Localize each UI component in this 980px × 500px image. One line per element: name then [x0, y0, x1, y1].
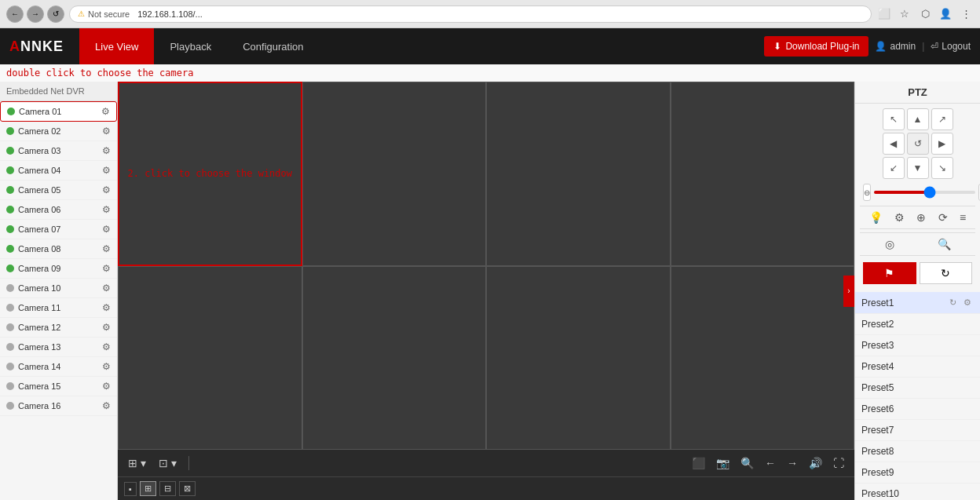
- layout-3x3-button[interactable]: ⊟: [159, 481, 176, 496]
- preset-item-5[interactable]: Preset5: [855, 378, 980, 399]
- ptz-up-button[interactable]: ▲: [907, 108, 929, 130]
- video-cell-4[interactable]: [671, 82, 855, 266]
- extensions-icon[interactable]: ⬜: [876, 6, 892, 22]
- ptz-zoom-plus-icon[interactable]: 🔍: [936, 236, 953, 252]
- fullscreen-button[interactable]: ⛶: [829, 454, 848, 472]
- layout-button[interactable]: ⊞ ▾: [124, 454, 150, 472]
- layout-4x4-button[interactable]: ⊠: [179, 481, 196, 496]
- tab-live-view[interactable]: Live View: [79, 28, 154, 64]
- capture-all-button[interactable]: ⬛: [688, 454, 709, 472]
- zoom-out-btn[interactable]: ⊖: [863, 184, 871, 201]
- ptz-upleft-button[interactable]: ↖: [883, 108, 905, 130]
- ptz-iris-icon[interactable]: ◎: [883, 236, 896, 252]
- sidebar-item-camera-6[interactable]: Camera 06 ⚙: [0, 200, 117, 220]
- tab-configuration[interactable]: Configuration: [227, 28, 319, 64]
- camera-settings-icon[interactable]: ⚙: [102, 224, 111, 235]
- camera-settings-icon[interactable]: ⚙: [102, 204, 111, 215]
- camera-settings-icon[interactable]: ⚙: [102, 165, 111, 176]
- camera-settings-icon[interactable]: ⚙: [102, 381, 111, 392]
- preset-item-10[interactable]: Preset10: [855, 484, 980, 500]
- video-cell-6[interactable]: [302, 266, 487, 451]
- video-cell-8[interactable]: [671, 266, 855, 451]
- video-cell-2[interactable]: [302, 82, 487, 266]
- sidebar-item-camera-12[interactable]: Camera 12 ⚙: [0, 318, 117, 338]
- ptz-tab-preset[interactable]: ⚑: [863, 262, 916, 284]
- bookmark-icon[interactable]: ☆: [897, 6, 912, 22]
- ptz-tab-patrol[interactable]: ↻: [920, 262, 973, 284]
- layout-2x2-button[interactable]: ⊞: [140, 481, 156, 496]
- sidebar-item-camera-7[interactable]: Camera 07 ⚙: [0, 220, 117, 239]
- user-menu[interactable]: 👤 admin: [875, 41, 916, 52]
- sidebar-item-camera-11[interactable]: Camera 11 ⚙: [0, 298, 117, 318]
- video-cell-7[interactable]: [486, 266, 671, 451]
- ptz-right-button[interactable]: ▶: [931, 133, 953, 155]
- camera-settings-icon[interactable]: ⚙: [102, 243, 111, 254]
- snapshot-button[interactable]: 📷: [712, 454, 733, 472]
- back-button[interactable]: ←: [6, 5, 24, 23]
- next-button[interactable]: →: [783, 454, 802, 472]
- address-bar[interactable]: ⚠ Not secure 192.168.1.108/...: [69, 5, 872, 23]
- ptz-refresh-button[interactable]: ↺: [907, 133, 929, 155]
- preset-settings-icon[interactable]: ⚙: [961, 297, 974, 308]
- forward-button[interactable]: →: [27, 5, 44, 23]
- ptz-down-arrow[interactable]: ↙: [883, 157, 905, 179]
- preset-item-9[interactable]: Preset9: [855, 462, 980, 484]
- camera-settings-icon[interactable]: ⚙: [102, 283, 111, 294]
- ptz-upright-button[interactable]: ↗: [931, 108, 953, 130]
- preset-item-7[interactable]: Preset7: [855, 420, 980, 441]
- sidebar-item-camera-1[interactable]: Camera 01 ⚙: [0, 101, 117, 122]
- camera-settings-icon[interactable]: ⚙: [102, 361, 111, 372]
- ptz-wiper-icon[interactable]: ⚙: [893, 210, 906, 225]
- sidebar-item-camera-5[interactable]: Camera 05 ⚙: [0, 181, 117, 200]
- download-plugin-button[interactable]: ⬇ Download Plug-in: [764, 36, 868, 57]
- preset-item-4[interactable]: Preset4: [855, 356, 980, 378]
- ptz-down-button[interactable]: ▼: [907, 157, 929, 179]
- puzzle-icon[interactable]: ⬡: [917, 6, 933, 22]
- camera-settings-icon[interactable]: ⚙: [102, 341, 111, 352]
- video-cell-3[interactable]: [486, 82, 671, 266]
- sidebar-item-camera-14[interactable]: Camera 14 ⚙: [0, 357, 117, 377]
- camera-settings-icon[interactable]: ⚙: [102, 184, 111, 195]
- sidebar-item-camera-9[interactable]: Camera 09 ⚙: [0, 259, 117, 279]
- camera-settings-icon[interactable]: ⚙: [101, 106, 110, 117]
- preset-item-6[interactable]: Preset6: [855, 399, 980, 420]
- sidebar-item-camera-10[interactable]: Camera 10 ⚙: [0, 279, 117, 298]
- sidebar-item-camera-8[interactable]: Camera 08 ⚙: [0, 239, 117, 259]
- sidebar-item-camera-3[interactable]: Camera 03 ⚙: [0, 141, 117, 161]
- camera-settings-icon[interactable]: ⚙: [102, 322, 111, 333]
- stream-button[interactable]: ⊡ ▾: [155, 454, 181, 472]
- volume-button[interactable]: 🔊: [805, 454, 826, 472]
- menu-icon[interactable]: ⋮: [958, 6, 974, 22]
- logout-button[interactable]: ⏎ Logout: [931, 41, 971, 52]
- refresh-button[interactable]: ↺: [47, 5, 64, 23]
- ptz-flip-icon[interactable]: ⟳: [937, 210, 949, 225]
- camera-settings-icon[interactable]: ⚙: [102, 145, 111, 156]
- preset-item-3[interactable]: Preset3: [855, 335, 980, 356]
- ptz-left-button[interactable]: ◀: [883, 133, 905, 155]
- preset-item-8[interactable]: Preset8: [855, 441, 980, 462]
- prev-button[interactable]: ←: [761, 454, 780, 472]
- camera-settings-icon[interactable]: ⚙: [102, 400, 111, 411]
- video-cell-1[interactable]: 2. click to choose the window: [118, 82, 302, 266]
- sidebar-item-camera-2[interactable]: Camera 02 ⚙: [0, 122, 117, 141]
- zoom-in-button[interactable]: 🔍: [737, 454, 758, 472]
- ptz-light-icon[interactable]: 💡: [868, 210, 884, 225]
- sidebar-item-camera-4[interactable]: Camera 04 ⚙: [0, 161, 117, 181]
- tab-playback[interactable]: Playback: [154, 28, 227, 64]
- sidebar-item-camera-16[interactable]: Camera 16 ⚙: [0, 396, 117, 416]
- layout-1x1-button[interactable]: ▪: [124, 482, 137, 496]
- ptz-menu-icon[interactable]: ≡: [958, 210, 967, 225]
- camera-settings-icon[interactable]: ⚙: [102, 263, 111, 274]
- profile-icon[interactable]: 👤: [938, 6, 953, 22]
- ptz-center-icon[interactable]: ⊕: [915, 210, 927, 225]
- sidebar-item-camera-13[interactable]: Camera 13 ⚙: [0, 338, 117, 357]
- sidebar-item-camera-15[interactable]: Camera 15 ⚙: [0, 377, 117, 396]
- preset-goto-icon[interactable]: ↻: [947, 297, 959, 308]
- camera-settings-icon[interactable]: ⚙: [102, 126, 111, 137]
- camera-settings-icon[interactable]: ⚙: [102, 302, 111, 313]
- ptz-downright-button[interactable]: ↘: [931, 157, 953, 179]
- preset-item-2[interactable]: Preset2: [855, 314, 980, 335]
- video-cell-5[interactable]: [118, 266, 302, 451]
- preset-item-1[interactable]: Preset1 ↻⚙: [855, 292, 980, 314]
- zoom-slider[interactable]: [874, 191, 975, 194]
